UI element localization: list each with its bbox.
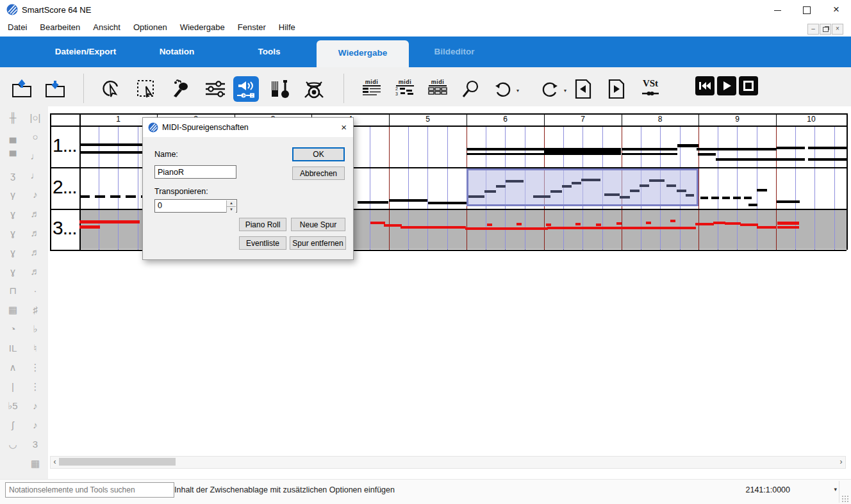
note[interactable] bbox=[622, 153, 677, 155]
selected-note[interactable] bbox=[640, 184, 649, 187]
search-input[interactable] bbox=[5, 482, 174, 498]
tab-notation[interactable]: Notation bbox=[132, 37, 222, 67]
redo-dropdown-caret[interactable]: ▾ bbox=[564, 88, 566, 93]
menu-datei[interactable]: Datei bbox=[1, 19, 33, 35]
note[interactable] bbox=[700, 197, 708, 199]
stemmed-note-icon[interactable]: ♪ bbox=[24, 396, 46, 416]
menu-fenster[interactable]: Fenster bbox=[231, 19, 272, 35]
flat-five-tool-icon[interactable]: ♭5 bbox=[2, 396, 24, 416]
new-track-button[interactable]: Neue Spur bbox=[291, 218, 345, 231]
midi-grid-button[interactable]: midi bbox=[425, 76, 450, 102]
selected-note[interactable] bbox=[550, 190, 562, 193]
muted-track-note[interactable] bbox=[79, 225, 100, 229]
muted-track-note[interactable] bbox=[465, 227, 548, 230]
grid-tool-icon[interactable]: ▦ bbox=[2, 300, 24, 320]
note[interactable] bbox=[544, 148, 621, 155]
note[interactable] bbox=[698, 153, 716, 156]
text-tool-icon[interactable]: IL bbox=[2, 339, 24, 358]
timer-cursor-tool-icon[interactable]: ◔ bbox=[2, 320, 24, 339]
muted-track-note[interactable] bbox=[695, 223, 714, 225]
open-score-button[interactable] bbox=[9, 76, 35, 102]
window-maximize-button[interactable] bbox=[792, 0, 822, 19]
note[interactable] bbox=[757, 189, 767, 191]
tab-tools[interactable]: Tools bbox=[223, 37, 315, 67]
scroll-right-arrow[interactable]: › bbox=[837, 457, 845, 467]
quarter-rest-icon[interactable]: ʒ bbox=[2, 166, 24, 185]
zoom-tool-button[interactable] bbox=[458, 76, 484, 102]
rewind-button[interactable] bbox=[695, 76, 715, 95]
selected-note[interactable] bbox=[484, 190, 496, 193]
whole-note-icon[interactable]: ○ bbox=[24, 127, 46, 147]
record-microphone-button[interactable] bbox=[168, 76, 194, 102]
cancel-button[interactable]: Abbrechen bbox=[292, 167, 345, 180]
mixer-button[interactable] bbox=[202, 76, 228, 102]
note[interactable] bbox=[733, 197, 741, 199]
instruments-button[interactable] bbox=[268, 76, 293, 102]
note[interactable] bbox=[389, 199, 427, 202]
note[interactable] bbox=[79, 195, 90, 198]
menu-wiedergabe[interactable]: Wiedergabe bbox=[174, 19, 231, 35]
drums-button[interactable] bbox=[301, 76, 327, 102]
selected-note[interactable] bbox=[686, 194, 694, 197]
selected-note[interactable] bbox=[562, 185, 572, 188]
empty-icon[interactable] bbox=[2, 454, 24, 473]
chord-bracket-icon[interactable]: ⋮ bbox=[24, 377, 46, 396]
note[interactable] bbox=[808, 158, 847, 161]
marquee-select-tool-button[interactable] bbox=[133, 76, 159, 102]
grid-tool-2-icon[interactable]: ▦ bbox=[24, 454, 46, 473]
redo-button[interactable] bbox=[537, 76, 563, 102]
quarter-note-icon[interactable]: ♩ bbox=[24, 166, 46, 185]
midi-piano-roll-button[interactable]: midi23 bbox=[392, 76, 418, 102]
transpose-spinner[interactable]: 0 ▲ ▼ bbox=[154, 199, 237, 213]
chord-cluster-icon[interactable]: ⋮ bbox=[24, 358, 46, 377]
note[interactable] bbox=[711, 197, 719, 199]
muted-track-note[interactable] bbox=[670, 220, 675, 222]
selected-note[interactable] bbox=[506, 180, 524, 183]
muted-track-note[interactable] bbox=[79, 220, 140, 224]
note[interactable] bbox=[748, 204, 757, 206]
note[interactable] bbox=[777, 200, 800, 203]
eighth-rest-icon[interactable]: γ bbox=[2, 185, 24, 204]
previous-page-button[interactable] bbox=[570, 76, 596, 102]
horizontal-scrollbar[interactable]: ‹ › bbox=[50, 456, 846, 469]
flat-icon[interactable]: ♭ bbox=[24, 320, 46, 339]
select-tool-button[interactable] bbox=[98, 76, 124, 102]
whole-rest-icon[interactable]: ▄ bbox=[2, 127, 24, 147]
muted-track-note[interactable] bbox=[777, 226, 799, 229]
note[interactable] bbox=[808, 147, 847, 149]
mdi-minimize-button[interactable]: – bbox=[807, 24, 819, 35]
scroll-left-arrow[interactable]: ‹ bbox=[51, 457, 59, 467]
note[interactable] bbox=[777, 147, 805, 149]
selected-note[interactable] bbox=[468, 195, 484, 198]
spin-down-icon[interactable]: ▼ bbox=[227, 206, 236, 213]
playback-console-button[interactable] bbox=[233, 76, 259, 102]
spin-up-icon[interactable]: ▲ bbox=[227, 200, 236, 206]
dialog-close-icon[interactable]: × bbox=[341, 122, 347, 133]
half-note-icon[interactable]: ♩ bbox=[24, 147, 46, 166]
tab-dateien-export[interactable]: Dateien/Export bbox=[39, 37, 132, 67]
track-name-field[interactable] bbox=[154, 165, 236, 179]
note[interactable] bbox=[777, 158, 805, 161]
mdi-restore-button[interactable] bbox=[820, 24, 831, 35]
selected-note[interactable] bbox=[572, 182, 581, 184]
muted-track-note[interactable] bbox=[646, 222, 651, 224]
menu-optionen[interactable]: Optionen bbox=[127, 19, 174, 35]
muted-track-note[interactable] bbox=[487, 224, 492, 226]
muted-track-note[interactable] bbox=[516, 223, 522, 225]
next-page-button[interactable] bbox=[604, 76, 629, 102]
selected-note[interactable] bbox=[677, 190, 686, 192]
selected-note[interactable] bbox=[630, 190, 640, 192]
undo-button[interactable] bbox=[490, 76, 516, 102]
midi-event-list-button[interactable]: midi bbox=[359, 76, 384, 102]
note[interactable] bbox=[744, 197, 752, 199]
note[interactable] bbox=[697, 148, 777, 150]
note[interactable] bbox=[716, 158, 777, 161]
muted-track-note[interactable] bbox=[401, 226, 466, 229]
muted-track-note[interactable] bbox=[596, 224, 601, 226]
mdi-close-button[interactable]: × bbox=[832, 24, 843, 35]
resize-grip[interactable] bbox=[841, 495, 849, 503]
muted-track-note[interactable] bbox=[547, 227, 624, 229]
note[interactable] bbox=[358, 201, 388, 204]
note[interactable] bbox=[722, 197, 730, 199]
track-label-3[interactable]: 3... bbox=[53, 217, 77, 239]
